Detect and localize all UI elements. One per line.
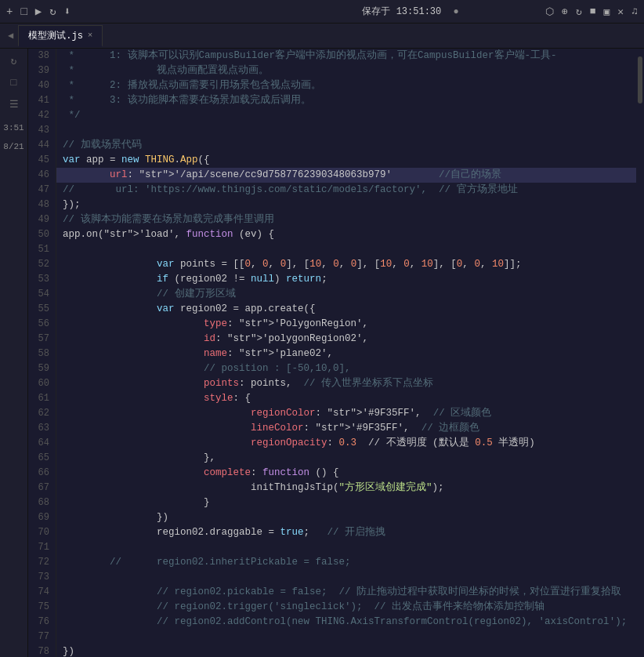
side-panel: ↻ □ ☰ 3:51 8/21 [0, 49, 28, 657]
tab-model-test[interactable]: 模型测试.js × [18, 25, 103, 47]
line-number: 60 [38, 376, 49, 391]
tabbar: ◀ 模型测试.js × [0, 24, 644, 49]
line-number: 58 [38, 347, 49, 361]
refresh-icon[interactable]: ↻ [49, 5, 56, 18]
line-number: 75 [38, 600, 49, 615]
line-number: 53 [38, 272, 49, 287]
editor-container: ↻ □ ☰ 3:51 8/21 383940414243444546474849… [0, 49, 644, 657]
code-line: */ [63, 108, 630, 123]
code-line: * 1: 该脚本可以识别CampusBuilder客户端中添加的视点动画，可在C… [63, 49, 630, 64]
line-number: 69 [38, 510, 49, 525]
plus-circle-icon[interactable]: ⊕ [562, 5, 568, 18]
save-status-text: 保存于 13:51:30 [362, 6, 441, 17]
cube-icon[interactable]: ⬡ [545, 5, 554, 18]
side-refresh-icon[interactable]: ↻ [11, 55, 17, 67]
line-number: 42 [38, 108, 49, 123]
toolbar-left-icons: + □ ▶ ↻ ⬇ [6, 5, 276, 18]
code-line: // position : [-50,10,0], [63, 361, 630, 376]
line-number: 51 [38, 242, 49, 257]
line-number: 59 [38, 361, 49, 376]
line-number: 62 [38, 406, 49, 421]
line-number: 41 [38, 93, 49, 108]
line-number: 39 [38, 64, 49, 78]
code-line [63, 570, 630, 585]
code-line: // region02.addControl(new THING.AxisTra… [63, 615, 630, 630]
right-scrollbar[interactable] [636, 49, 644, 657]
code-area: 3839404142434445464748495051525354555657… [28, 49, 644, 657]
add-icon[interactable]: + [6, 5, 13, 18]
line-number: 77 [38, 630, 49, 644]
line-number: 64 [38, 436, 49, 451]
line-number: 40 [38, 78, 49, 93]
side-file-icon[interactable]: □ [11, 77, 17, 89]
line-number: 74 [38, 585, 49, 600]
line-number: 66 [38, 466, 49, 481]
line-number: 52 [38, 257, 49, 272]
line-number: 56 [38, 317, 49, 332]
code-line: // region02.trigger('singleclick'); // 出… [63, 600, 630, 615]
music-icon[interactable]: ♫ [631, 5, 638, 17]
code-line: url: "str">'/api/scene/cc9d7587762390348… [56, 168, 636, 183]
line-number: 49 [38, 212, 49, 227]
settings-icon[interactable]: ✕ [617, 5, 624, 18]
code-line: }) [63, 510, 630, 525]
code-line: regionOpacity: 0.3 // 不透明度 (默认是 0.5 半透明) [63, 436, 630, 451]
tab-arrow-left[interactable]: ◀ [3, 30, 18, 42]
scroll-thumb [638, 56, 642, 103]
tab-close-icon[interactable]: × [88, 31, 93, 40]
code-line: // region02.inheritPickable = false; [63, 555, 630, 570]
line-number: 50 [38, 227, 49, 242]
code-line: points: points, // 传入世界坐标系下点坐标 [63, 376, 630, 391]
code-line: }) [63, 644, 630, 657]
code-line: // url: 'https://www.thingjs.com/static/… [63, 183, 630, 198]
code-line: }); [63, 198, 630, 212]
clock-icon[interactable]: ↻ [576, 5, 582, 18]
code-line: // 加载场景代码 [63, 138, 630, 153]
line-number: 48 [38, 198, 49, 212]
toolbar: + □ ▶ ↻ ⬇ 保存于 13:51:30 ● ⬡ ⊕ ↻ ■ ▣ ✕ ♫ [0, 0, 644, 24]
image-icon[interactable]: ▣ [604, 5, 610, 18]
line-number: 55 [38, 302, 49, 317]
toolbar-right-icons: ⬡ ⊕ ↻ ■ ▣ ✕ ♫ [545, 5, 638, 18]
code-line: regionColor: "str">'#9F35FF', // 区域颜色 [63, 406, 630, 421]
line-number: 44 [38, 138, 49, 153]
side-time: 3:51 [3, 123, 24, 132]
tab-label: 模型测试.js [28, 29, 83, 42]
code-line [63, 540, 630, 555]
line-number: 38 [38, 49, 49, 64]
code-line: complete: function () { [63, 466, 630, 481]
line-number: 45 [38, 153, 49, 168]
line-number: 72 [38, 555, 49, 570]
code-line: * 视点动画配置视点动画。 [63, 64, 630, 78]
code-line: initThingJsTip("方形区域创建完成"); [63, 481, 630, 495]
line-number: 68 [38, 495, 49, 510]
line-number: 67 [38, 481, 49, 495]
line-number: 63 [38, 421, 49, 436]
line-number: 47 [38, 183, 49, 198]
save-icon[interactable]: □ [20, 5, 27, 18]
download-icon[interactable]: ⬇ [64, 5, 71, 18]
code-line: var app = new THING.App({ [63, 153, 630, 168]
line-number: 65 [38, 451, 49, 466]
line-number: 61 [38, 391, 49, 406]
code-line: // region02.pickable = false; // 防止拖动过程中… [63, 585, 630, 600]
line-number: 43 [38, 123, 49, 138]
code-content[interactable]: * 1: 该脚本可以识别CampusBuilder客户端中添加的视点动画，可在C… [56, 49, 636, 657]
code-line: id: "str">'polygonRegion02', [63, 332, 630, 347]
code-line: name: "str">'plane02', [63, 347, 630, 361]
code-line: var region02 = app.create({ [63, 302, 630, 317]
code-line: * 2: 播放视点动画需要引用场景包含视点动画。 [63, 78, 630, 93]
run-icon[interactable]: ▶ [35, 5, 42, 18]
code-line: // 创建万形区域 [63, 287, 630, 302]
code-line: type: "str">'PolygonRegion', [63, 317, 630, 332]
code-line: } [63, 495, 630, 510]
line-number: 76 [38, 615, 49, 630]
line-number: 71 [38, 540, 49, 555]
code-line: lineColor: "str">'#9F35FF', // 边框颜色 [63, 421, 630, 436]
code-line: region02.draggable = true; // 开启拖拽 [63, 525, 630, 540]
code-line [63, 242, 630, 257]
code-line: app.on("str">'load', function (ev) { [63, 227, 630, 242]
grid-icon[interactable]: ■ [590, 5, 596, 17]
side-menu-icon[interactable]: ☰ [9, 98, 19, 111]
line-number: 46 [38, 168, 49, 183]
